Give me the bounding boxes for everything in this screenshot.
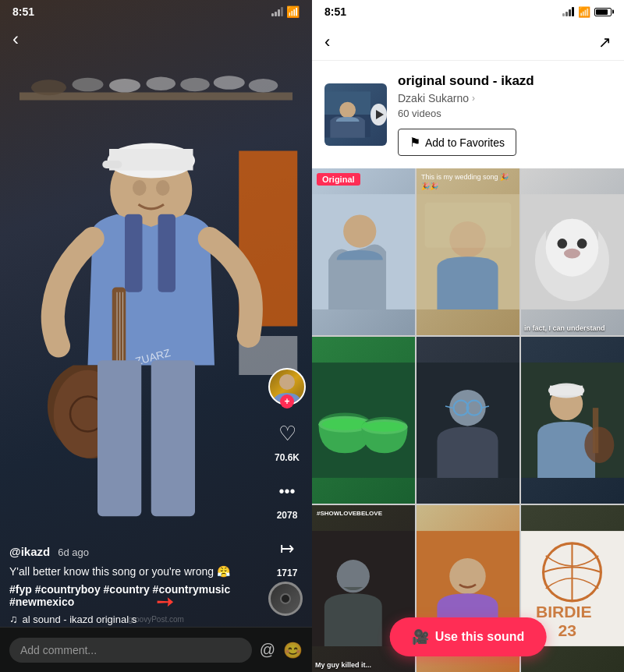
svg-point-8 — [249, 79, 278, 93]
battery-icon — [594, 8, 612, 16]
action-sidebar: + ♡ 70.6K ••• 2078 ↦ 1717 — [268, 368, 306, 578]
camera-icon: 🎥 — [412, 628, 429, 645]
creator-avatar[interactable]: + — [268, 368, 306, 405]
svg-point-5 — [147, 77, 176, 91]
author-name[interactable]: Dzaki Sukarno — [398, 92, 469, 104]
comment-input[interactable]: Add comment... — [9, 638, 252, 663]
status-time-right: 8:51 — [324, 5, 346, 18]
svg-rect-1 — [20, 93, 292, 101]
cell-7-bottom-text: My guy killed it... — [315, 661, 412, 669]
sound-thumbnail[interactable] — [324, 83, 387, 146]
signal-icon — [271, 7, 283, 16]
grid-cell-2[interactable]: This is my wedding song 🎉🎉🎉 — [417, 168, 519, 335]
add-favorites-label: Add to Favorites — [425, 136, 505, 149]
svg-point-42 — [557, 239, 567, 249]
grid-cell-3[interactable]: in fact, I can understand — [521, 168, 624, 335]
sound-video-count: 60 videos — [398, 108, 612, 119]
status-bar-right: 8:51 📶 — [312, 0, 624, 23]
like-count: 70.6K — [275, 452, 300, 463]
comment-button[interactable]: ••• — [271, 476, 303, 507]
svg-rect-27 — [151, 360, 195, 516]
music-disc-inner — [280, 593, 291, 604]
grid-cell-6[interactable] — [521, 337, 624, 504]
svg-text:23: 23 — [558, 621, 576, 639]
cell-2-image — [417, 168, 519, 335]
nav-bar: ‹ ↗ — [312, 23, 624, 61]
svg-rect-63 — [593, 408, 598, 453]
svg-rect-17 — [125, 214, 143, 292]
svg-text:BIRDIE: BIRDIE — [536, 603, 592, 621]
share-button[interactable]: ↦ — [271, 533, 303, 564]
svg-point-16 — [156, 180, 170, 196]
svg-point-15 — [133, 180, 147, 196]
hashtags: #fyp #countryboy #country #countrymusic … — [9, 583, 265, 608]
add-to-favorites-button[interactable]: ⚑ Add to Favorites — [398, 129, 516, 156]
svg-rect-18 — [158, 214, 176, 292]
svg-point-50 — [322, 419, 368, 430]
use-sound-label: Use this sound — [435, 630, 525, 644]
bookmark-icon: ⚑ — [410, 135, 420, 150]
music-ticker: ♫ al sound - ikazd original s — [9, 613, 265, 625]
arrow-indicator: ➙ — [156, 589, 174, 614]
battery-tip — [612, 10, 615, 14]
comment-bar: Add comment... @ 😊 — [0, 627, 312, 672]
svg-point-44 — [564, 249, 580, 259]
comment-count: 2078 — [277, 510, 298, 521]
share-count: 1717 — [277, 568, 298, 578]
creator-username: @ikazd — [9, 545, 50, 558]
cell-3-text: in fact, I can understand — [524, 324, 621, 332]
svg-point-3 — [73, 78, 104, 92]
svg-point-31 — [339, 102, 356, 118]
share-group: ↦ 1717 — [271, 533, 303, 578]
back-button[interactable]: ‹ — [12, 28, 19, 50]
like-button[interactable]: ♡ — [271, 418, 303, 449]
status-icons: 📶 — [271, 5, 300, 18]
music-note-icon: ♫ — [9, 613, 18, 625]
music-disc[interactable] — [268, 582, 303, 616]
follow-plus-badge: + — [280, 394, 294, 409]
svg-point-7 — [214, 76, 245, 90]
svg-rect-26 — [98, 360, 141, 516]
sound-header: original sound - ikazd Dzaki Sukarno › 6… — [312, 61, 624, 168]
sound-title: original sound - ikazd — [398, 73, 612, 89]
battery-fill — [596, 9, 608, 15]
wifi-icon: 📶 — [286, 5, 300, 18]
play-triangle-icon — [376, 110, 384, 119]
cell-3-image — [521, 168, 624, 335]
back-button-right[interactable]: ‹ — [324, 32, 330, 52]
post-time: 6d ago — [58, 546, 89, 558]
chevron-right-icon: › — [472, 93, 475, 104]
cell-6-image — [521, 337, 624, 504]
signal-icon-right — [562, 7, 574, 16]
play-button[interactable] — [370, 104, 387, 126]
thumbnail-image — [324, 83, 370, 146]
grid-cell-1[interactable]: Original — [312, 168, 415, 335]
svg-point-2 — [31, 80, 66, 95]
comment-group: ••• 2078 — [271, 476, 303, 521]
status-time: 8:51 — [12, 5, 34, 18]
svg-rect-14 — [102, 161, 122, 168]
svg-rect-65 — [550, 386, 583, 396]
grid-cell-4[interactable] — [312, 337, 415, 504]
svg-point-51 — [365, 422, 405, 432]
original-badge: Original — [317, 173, 360, 186]
svg-point-4 — [109, 79, 140, 93]
cell-1-image — [312, 168, 415, 335]
like-group: ♡ 70.6K — [271, 418, 303, 463]
video-caption: Y'all better know this song or you're wr… — [9, 564, 265, 580]
grid-cell-5[interactable] — [417, 337, 519, 504]
svg-point-69 — [449, 558, 485, 594]
cell-4-image — [312, 337, 415, 504]
svg-point-33 — [343, 214, 376, 247]
wifi-icon-right: 📶 — [578, 6, 590, 18]
emoji-icon[interactable]: 😊 — [283, 641, 303, 660]
use-this-sound-button[interactable]: 🎥 Use this sound — [390, 617, 547, 656]
mention-icon[interactable]: @ — [260, 641, 275, 659]
svg-point-6 — [180, 78, 210, 92]
sound-author: Dzaki Sukarno › — [398, 92, 612, 104]
share-button-right[interactable]: ↗ — [598, 33, 612, 51]
video-info: @ikazd 6d ago Y'all better know this son… — [9, 545, 265, 625]
svg-point-41 — [546, 219, 599, 277]
cell-7-text: #SHOWLOVEBELOVE — [317, 510, 412, 518]
svg-point-43 — [577, 239, 587, 249]
